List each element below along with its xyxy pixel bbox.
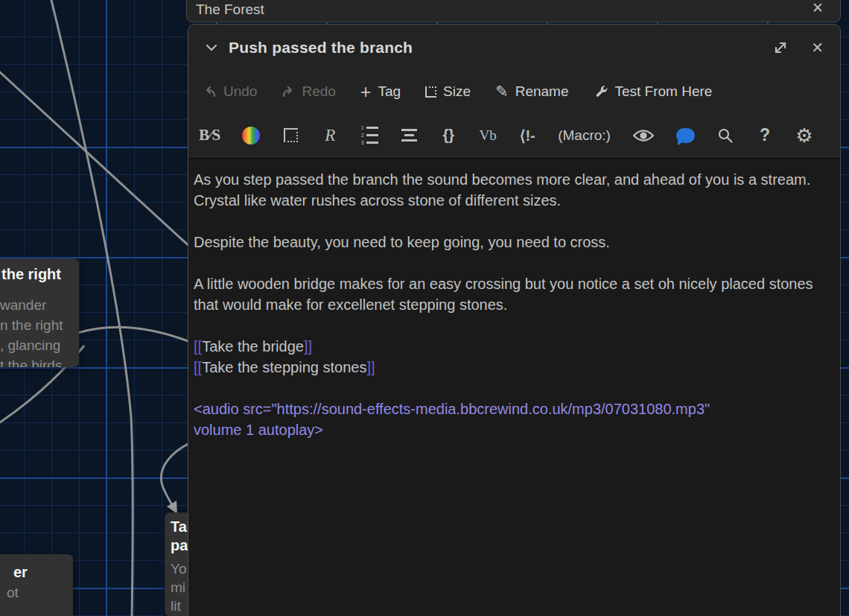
passage-editor: Push passed the branch ✕ Undo (188, 24, 841, 616)
close-icon[interactable]: ✕ (812, 1, 824, 15)
border-icon[interactable] (282, 128, 299, 142)
size-icon (425, 86, 436, 98)
plus-icon: + (360, 83, 372, 101)
collapse-whitespace-icon[interactable]: {} (439, 127, 457, 144)
passage-paragraph: As you step passed the branch the sound … (194, 169, 831, 211)
passage-links: [[Take the bridge]] [[Take the stepping … (194, 336, 831, 378)
passage-toolbar: Undo Redo + Tag Size ✎ Rename (188, 71, 840, 112)
audio-tag-markup: <audio src="https://sound-effects-media.… (194, 399, 831, 440)
passage-link: [[Take the stepping stones]] (194, 359, 375, 375)
close-icon[interactable]: ✕ (811, 39, 824, 57)
macro-icon[interactable]: (Macro:) (558, 127, 611, 144)
passage-node-preview: ot (7, 583, 73, 603)
test-from-here-button[interactable]: Test From Here (594, 83, 713, 100)
passage-link: [[Take the bridge]] (194, 338, 312, 355)
redo-icon (282, 86, 295, 98)
forest-dialog-title: The Forest (196, 1, 264, 18)
search-icon[interactable] (716, 127, 734, 144)
passage-editor-header: Push passed the branch ✕ (188, 25, 840, 71)
preview-eye-icon[interactable] (632, 128, 655, 143)
undo-button[interactable]: Undo (203, 83, 257, 100)
add-tag-button[interactable]: + Tag (360, 83, 401, 101)
comment-markup-icon[interactable]: ⟨!- (518, 127, 536, 145)
comment-bubble-icon[interactable] (676, 128, 695, 143)
forest-dialog: The Forest ✕ (186, 0, 841, 22)
passage-paragraph: Despite the beauty, you need to keep goi… (194, 232, 831, 253)
passage-node-title: the right (1, 265, 79, 283)
passage-paragraph: A little wooden bridge makes for an easy… (194, 273, 831, 315)
passage-node-er[interactable]: er ot (0, 554, 73, 616)
passage-node-preview: wander n the right , glancing t the bird… (0, 295, 79, 367)
help-icon[interactable]: ? (756, 125, 774, 145)
passage-title: Push passed the branch (229, 39, 413, 57)
size-button[interactable]: Size (425, 83, 471, 100)
align-center-icon[interactable] (400, 129, 418, 142)
redo-button[interactable]: Redo (282, 83, 335, 100)
collapse-chevron-icon[interactable] (203, 39, 220, 56)
maximize-icon[interactable] (772, 39, 789, 56)
passage-text-editor[interactable]: As you step passed the branch the sound … (188, 159, 840, 616)
pencil-icon: ✎ (495, 83, 509, 101)
rotate-icon[interactable]: R (321, 126, 339, 145)
format-toolbar: B∕S R {} Vb ⟨!- (Macro:) (188, 112, 840, 159)
connection-line (77, 327, 200, 346)
rename-button[interactable]: ✎ Rename (495, 83, 568, 101)
passage-node-title: er (13, 563, 73, 581)
color-wheel-icon[interactable] (242, 127, 260, 145)
passage-node-the-right[interactable]: the right wander n the right , glancing … (0, 258, 79, 367)
gear-icon[interactable]: ⚙ (795, 126, 813, 145)
wrench-icon (594, 84, 608, 99)
numbered-list-icon[interactable] (360, 126, 378, 145)
verbatim-icon[interactable]: Vb (479, 127, 497, 144)
text-style-icon[interactable]: B∕S (199, 126, 220, 145)
undo-icon (203, 86, 217, 98)
